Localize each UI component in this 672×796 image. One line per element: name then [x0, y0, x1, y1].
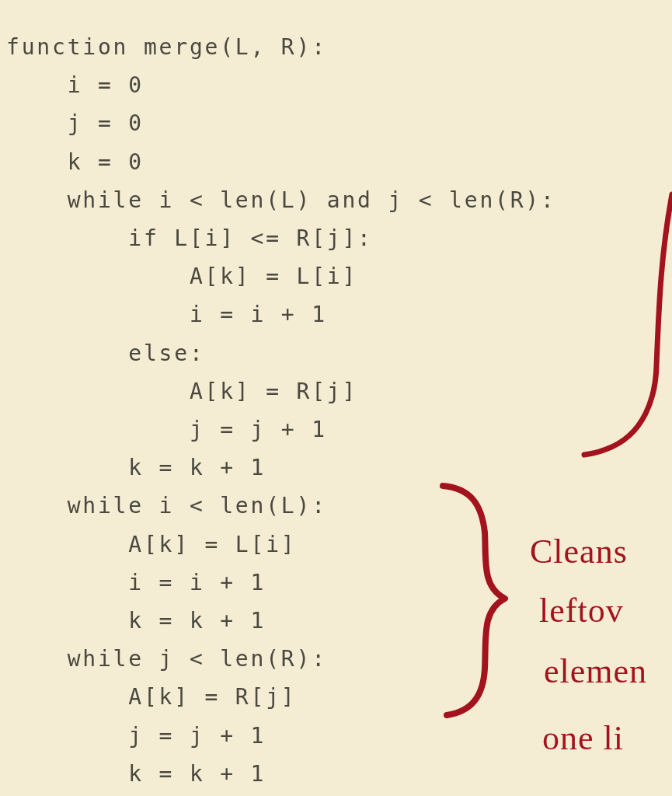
code-line: k = k + 1 [6, 455, 266, 480]
code-line: j = 0 [6, 110, 144, 136]
code-line: k = 0 [6, 149, 144, 175]
handwritten-note-line: leftov [539, 594, 624, 628]
code-line: k = k + 1 [6, 608, 266, 634]
code-line: while i < len(L): [6, 493, 327, 518]
handwritten-note-line: one li [542, 721, 624, 756]
handwritten-note-line: elemen [544, 655, 647, 689]
handwritten-note-line: Cleans [530, 535, 628, 569]
code-line: i = 0 [6, 72, 144, 98]
code-line: if L[i] <= R[j]: [6, 225, 373, 251]
code-line: else: [6, 340, 205, 366]
code-line: A[k] = L[i] [6, 532, 297, 557]
code-line: A[k] = R[j] [6, 379, 357, 404]
code-line: j = j + 1 [6, 723, 266, 749]
code-line: function merge(L, R): [6, 34, 327, 60]
code-line: j = j + 1 [6, 417, 327, 442]
code-line: A[k] = R[j] [6, 684, 297, 710]
code-line: while i < len(L) and j < len(R): [6, 187, 556, 213]
code-line: while j < len(R): [6, 646, 327, 672]
code-line: i = i + 1 [6, 570, 266, 595]
code-line: k = k + 1 [6, 761, 266, 787]
pseudocode-block: function merge(L, R): i = 0 j = 0 k = 0 … [6, 28, 556, 796]
page: function merge(L, R): i = 0 j = 0 k = 0 … [0, 0, 672, 796]
code-line: A[k] = L[i] [6, 264, 357, 289]
brace-upper-icon [584, 194, 672, 455]
code-line: i = i + 1 [6, 302, 327, 327]
